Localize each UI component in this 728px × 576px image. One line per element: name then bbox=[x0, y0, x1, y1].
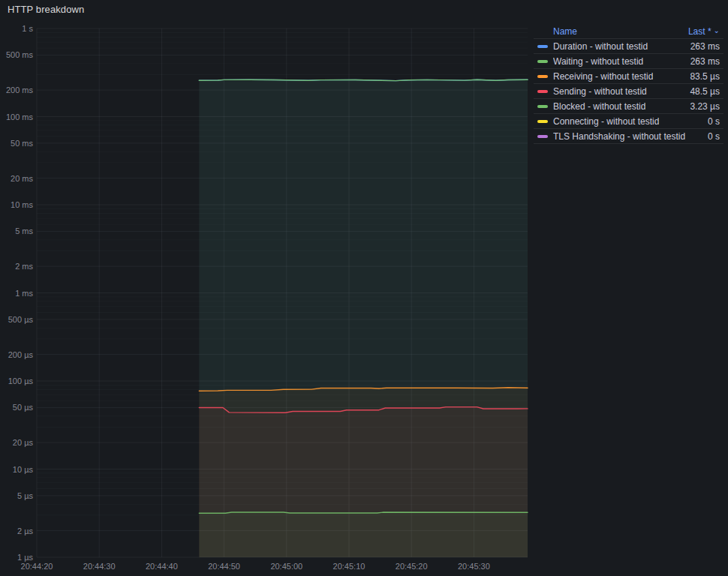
y-tick-label: 100 ms bbox=[6, 112, 34, 122]
y-tick-label: 10 ms bbox=[11, 200, 33, 209]
panel-title[interactable]: HTTP breakdown bbox=[8, 4, 84, 15]
y-tick-label: 50 ms bbox=[11, 139, 33, 148]
series-fill-blocked bbox=[199, 512, 528, 557]
x-tick-label: 20:45:20 bbox=[396, 562, 428, 571]
series-last-value: 3.23 µs bbox=[690, 101, 723, 112]
legend-row-receiving[interactable]: Receiving - without testid 83.5 µs bbox=[534, 69, 723, 84]
legend-last-label: Last * bbox=[688, 26, 711, 37]
legend-table: Name Last * ⌄ Duration - without testid … bbox=[534, 24, 723, 144]
series-label[interactable]: Receiving - without testid bbox=[553, 71, 653, 82]
y-tick-label: 2 µs bbox=[17, 526, 34, 536]
x-tick-label: 20:44:30 bbox=[83, 562, 116, 571]
y-tick-label: 5 µs bbox=[17, 491, 34, 500]
series-color-swatch bbox=[537, 45, 548, 48]
series-label[interactable]: Waiting - without testid bbox=[553, 56, 643, 67]
legend-last-column-header[interactable]: Last * ⌄ bbox=[688, 26, 723, 37]
y-tick-label: 20 µs bbox=[13, 438, 34, 447]
legend-row-tls-handshaking[interactable]: TLS Handshaking - without testid 0 s bbox=[534, 129, 723, 144]
series-last-value: 48.5 µs bbox=[690, 86, 723, 97]
series-last-value: 263 ms bbox=[690, 56, 723, 67]
y-tick-label: 1 s bbox=[22, 24, 33, 33]
y-tick-label: 1 µs bbox=[17, 553, 34, 562]
x-tick-label: 20:44:40 bbox=[146, 562, 178, 571]
series-color-swatch bbox=[537, 105, 548, 108]
y-tick-label: 2 ms bbox=[15, 262, 33, 271]
y-tick-label: 200 µs bbox=[8, 350, 34, 359]
series-label[interactable]: TLS Handshaking - without testid bbox=[553, 131, 685, 142]
y-tick-label: 500 ms bbox=[6, 50, 34, 59]
x-tick-label: 20:45:10 bbox=[333, 562, 366, 571]
series-last-value: 83.5 µs bbox=[690, 71, 723, 82]
series-last-value: 0 s bbox=[708, 116, 723, 127]
series-label[interactable]: Sending - without testid bbox=[553, 86, 647, 97]
series-last-value: 263 ms bbox=[690, 41, 723, 52]
series-color-swatch bbox=[537, 75, 548, 78]
series-label[interactable]: Connecting - without testid bbox=[553, 116, 659, 127]
series-color-swatch bbox=[537, 135, 548, 138]
series-label[interactable]: Duration - without testid bbox=[553, 41, 648, 52]
y-tick-label: 20 ms bbox=[11, 174, 33, 183]
series-color-swatch bbox=[537, 90, 548, 93]
x-tick-label: 20:44:20 bbox=[21, 562, 53, 571]
sort-descending-caret-icon: ⌄ bbox=[714, 27, 720, 34]
legend-row-blocked[interactable]: Blocked - without testid 3.23 µs bbox=[534, 99, 723, 114]
legend-header: Name Last * ⌄ bbox=[534, 24, 723, 39]
legend-name-column-header[interactable]: Name bbox=[553, 26, 577, 37]
legend-row-duration[interactable]: Duration - without testid 263 ms bbox=[534, 39, 723, 54]
x-tick-label: 20:45:30 bbox=[458, 562, 490, 571]
legend-row-sending[interactable]: Sending - without testid 48.5 µs bbox=[534, 84, 723, 99]
y-tick-label: 200 ms bbox=[6, 86, 34, 94]
y-tick-label: 1 ms bbox=[15, 289, 33, 298]
y-tick-label: 5 ms bbox=[15, 226, 33, 236]
legend-row-waiting[interactable]: Waiting - without testid 263 ms bbox=[534, 54, 723, 69]
legend-row-connecting[interactable]: Connecting - without testid 0 s bbox=[534, 114, 723, 129]
x-tick-label: 20:44:50 bbox=[208, 562, 240, 571]
y-tick-label: 100 µs bbox=[8, 376, 34, 386]
series-color-swatch bbox=[537, 120, 548, 123]
x-tick-label: 20:45:00 bbox=[270, 562, 302, 571]
y-tick-label: 500 µs bbox=[8, 315, 34, 324]
y-tick-label: 50 µs bbox=[13, 403, 34, 412]
series-label[interactable]: Blocked - without testid bbox=[553, 101, 645, 112]
y-tick-label: 10 µs bbox=[13, 465, 34, 474]
series-last-value: 0 s bbox=[708, 131, 723, 142]
series-color-swatch bbox=[537, 60, 548, 63]
